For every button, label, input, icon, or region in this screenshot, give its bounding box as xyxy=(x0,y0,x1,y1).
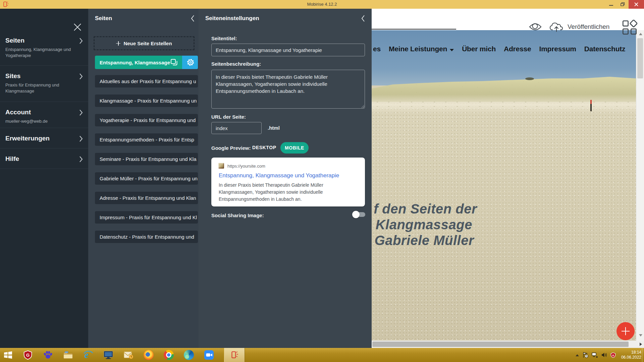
tray-clock[interactable]: 18:14 06.06.2022 xyxy=(619,350,641,360)
hero-heading-line-1: f den Seiten der xyxy=(374,201,477,217)
sidebar-item-subtitle: mueller-weg@web.de xyxy=(5,118,73,124)
minimize-button[interactable] xyxy=(606,0,616,9)
page-list-item[interactable]: Klangmassage - Praxis für Entspannung un xyxy=(95,95,198,107)
cloud-upload-icon xyxy=(549,21,564,33)
taskbar-edge[interactable] xyxy=(184,350,194,360)
restore-button[interactable] xyxy=(617,0,628,9)
taskbar-display[interactable] xyxy=(103,350,113,360)
page-description-textarea[interactable]: In dieser Praxis bietet Therapeutin Gabr… xyxy=(211,70,365,109)
horizontal-scrollbar[interactable] xyxy=(372,341,644,348)
restore-icon xyxy=(621,2,625,6)
pages-panel-title: Seiten xyxy=(95,15,112,22)
sidebar-item-account[interactable]: Account mueller-weg@web.de xyxy=(0,102,88,128)
windows-logo-icon xyxy=(3,350,13,360)
page-url-suffix: .html xyxy=(268,125,280,131)
hero-heading-line-2: d Klangmassage xyxy=(372,217,472,232)
page-list-item[interactable]: Aktuelles aus der Praxis für Entspannung… xyxy=(95,75,198,87)
gdata-tray-icon[interactable]: G xyxy=(610,352,616,358)
svg-text:G: G xyxy=(26,353,30,358)
minimize-icon xyxy=(609,2,613,6)
google-preview-card: https://yoursite.com Entspannung, Klangm… xyxy=(211,158,365,206)
vertical-scroll-thumb[interactable] xyxy=(637,38,643,78)
site-nav-adresse[interactable]: Adresse xyxy=(504,45,531,53)
add-block-button[interactable] xyxy=(616,322,635,340)
taskbar-icons: G e xyxy=(3,348,245,362)
taskbar-zoom-app[interactable] xyxy=(204,350,214,360)
page-list-item[interactable]: Datenschutz - Praxis für Entspannung und xyxy=(95,231,198,243)
page-list-item[interactable]: Entspannungsmethoden - Praxis für Entsp xyxy=(95,133,198,146)
publish-button[interactable]: Veröffentlichen xyxy=(549,20,609,34)
social-sharing-label: Social Sharing Image: xyxy=(211,213,264,218)
duplicate-page-icon[interactable] xyxy=(170,58,178,66)
site-favicon xyxy=(218,163,224,169)
pages-panel: Seiten Neue Seite Erstellen Entspannung,… xyxy=(88,9,199,348)
scroll-right-arrow-icon[interactable] xyxy=(640,343,642,346)
sidebar-item-erweiterungen[interactable]: Erweiterungen xyxy=(0,128,88,148)
active-page-item[interactable]: Entspannung, Klangmassage xyxy=(95,56,198,69)
tray-expand-icon[interactable] xyxy=(575,354,579,357)
page-description-label: Seitenbeschreibung: xyxy=(211,61,261,67)
edge-icon xyxy=(184,350,194,360)
taskbar-email-client[interactable] xyxy=(123,350,133,360)
settings-panel-back-button[interactable] xyxy=(361,15,365,23)
page-settings-panel: Seiteneinstellungen Seitentitel: Seitenb… xyxy=(199,9,372,348)
vertical-scrollbar[interactable] xyxy=(636,30,644,341)
new-page-button[interactable]: Neue Seite Erstellen xyxy=(94,36,195,50)
network-icon[interactable] xyxy=(592,352,598,358)
page-list-item[interactable]: Impressum - Praxis für Entspannung und K… xyxy=(95,211,198,224)
page-title-input[interactable] xyxy=(211,44,365,56)
toggle-knob xyxy=(352,211,360,218)
tray-time: 18:14 xyxy=(619,350,641,355)
preview-card-url: https://yoursite.com xyxy=(227,164,265,169)
close-button[interactable] xyxy=(629,0,644,9)
site-nav-leistungen[interactable]: Meine Leistungen xyxy=(389,45,454,53)
google-preview-desktop-tab[interactable]: DESKTOP xyxy=(252,145,276,150)
page-list-item[interactable]: Seminare - Praxis für Entspannung und Kl… xyxy=(95,153,198,165)
windows-start-button[interactable] xyxy=(3,350,13,360)
page-list-item[interactable]: Gabriele Müller - Praxis für Entspannung… xyxy=(95,172,198,185)
page-list-item[interactable]: Adresse - Praxis für Entspannung und Kla… xyxy=(95,192,198,204)
page-list-item[interactable]: Yogatherapie - Praxis für Entspannung un… xyxy=(95,114,198,126)
horizontal-scroll-thumb[interactable] xyxy=(372,342,629,347)
textarea-resize-grip[interactable] xyxy=(361,105,364,108)
folder-icon xyxy=(63,350,73,360)
sidebar-item-title: Account xyxy=(5,109,73,116)
sidebar-item-seiten[interactable]: Seiten Entspannung, Klangmassage und Yog… xyxy=(0,30,88,66)
window-titlebar[interactable]: Mobirise 4.12.2 xyxy=(0,0,644,9)
sidebar-item-title: Sites xyxy=(5,72,73,80)
page-settings-gear-button[interactable] xyxy=(182,56,198,69)
taskbar-mobirise-active[interactable] xyxy=(224,348,245,362)
site-nav-impressum[interactable]: Impressum xyxy=(539,45,576,53)
video-camera-icon xyxy=(204,350,214,360)
chevron-right-icon xyxy=(79,156,83,164)
taskbar-file-explorer[interactable] xyxy=(63,350,73,360)
taskbar-paw-app[interactable] xyxy=(43,350,53,360)
scroll-up-arrow-icon[interactable] xyxy=(639,33,642,35)
sidebar-item-hilfe[interactable]: Hilfe xyxy=(0,148,88,169)
google-preview-mobile-tab[interactable]: MOBILE xyxy=(280,142,309,154)
site-nav-ueber-mich[interactable]: Über mich xyxy=(462,45,496,53)
site-navbar: es Meine Leistungen Über mich Adresse Im… xyxy=(373,45,625,53)
action-center-flag-icon[interactable] xyxy=(583,352,588,358)
site-nav-aktuelles[interactable]: es xyxy=(373,45,381,53)
gdata-shield-icon: G xyxy=(23,350,33,360)
social-sharing-toggle[interactable] xyxy=(353,212,365,217)
tray-date: 06.06.2022 xyxy=(619,355,641,360)
chevron-left-icon xyxy=(191,15,195,22)
active-page-label: Entspannung, Klangmassage xyxy=(95,60,170,65)
preview-eye-button[interactable] xyxy=(529,21,542,32)
page-title-label: Seitentitel: xyxy=(211,36,237,41)
taskbar-internet-explorer[interactable]: e xyxy=(83,350,93,360)
page-url-input[interactable] xyxy=(211,122,262,134)
scroll-down-arrow-icon[interactable] xyxy=(639,334,642,337)
sidebar-item-sites[interactable]: Sites Praxis für Entspannung und Klangma… xyxy=(0,66,88,102)
blocks-panel-button[interactable] xyxy=(622,20,637,35)
site-nav-datenschutz[interactable]: Datenschutz xyxy=(584,45,626,53)
taskbar-gdata-antivirus[interactable]: G xyxy=(23,350,33,360)
taskbar-chrome[interactable] xyxy=(164,350,174,360)
pages-panel-back-button[interactable] xyxy=(191,15,195,23)
blocks-grid-icon xyxy=(622,20,637,35)
show-desktop-button[interactable] xyxy=(642,348,644,362)
taskbar-firefox[interactable] xyxy=(144,350,154,360)
volume-icon[interactable] xyxy=(601,352,607,358)
